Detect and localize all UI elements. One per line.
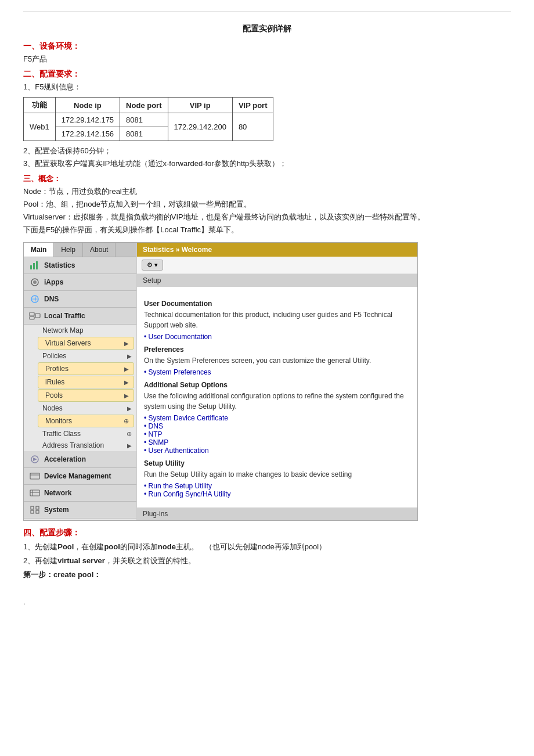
f5-section-setup: Setup (137, 274, 417, 287)
monitors-label: Monitors (45, 417, 72, 425)
tab-main[interactable]: Main (24, 243, 54, 257)
user-doc-text: Technical documentation for this product… (144, 309, 410, 330)
virtualservers-arrow: ▶ (124, 340, 129, 347)
gear-button[interactable]: ⚙ ▾ (142, 260, 163, 271)
dns-icon (28, 294, 41, 304)
svg-rect-0 (30, 265, 32, 269)
devicemgmt-icon (28, 471, 41, 481)
f5-plugins-bar: Plug-ins (137, 507, 417, 520)
user-doc-title: User Documentation (144, 300, 410, 308)
pools-arrow: ▶ (124, 393, 129, 399)
table-cell-vipport-1: 80 (232, 113, 273, 141)
submenu-addresstranslation[interactable]: Address Translation ▶ (35, 440, 136, 451)
f5-toolbar: ⚙ ▾ (137, 257, 417, 274)
f5-breadcrumb: Statistics » Welcome (137, 243, 417, 257)
table-cell-nodeport-1: 8081 (120, 113, 168, 127)
tab-about[interactable]: About (83, 243, 116, 257)
statistics-icon (28, 260, 41, 271)
devicemgmt-label: Device Management (44, 472, 111, 480)
top-divider (23, 12, 511, 12)
submenu-networkmap[interactable]: Network Map (35, 325, 136, 336)
link-systemdevcert[interactable]: System Device Certificate (144, 414, 228, 422)
sidebar-item-iapps[interactable]: iApps (24, 274, 136, 291)
concepts-heading: 三、概念： (23, 174, 511, 184)
networkmap-label: Network Map (42, 326, 84, 334)
step-1-bold-node: node (158, 542, 176, 551)
submenu-profiles[interactable]: Profiles ▶ (38, 362, 134, 375)
sidebar-item-devicemgmt[interactable]: Device Management (24, 468, 136, 485)
svg-rect-18 (36, 506, 39, 509)
table-header-nodeip: Node ip (55, 98, 120, 113)
submenu-irules[interactable]: iRules ▶ (38, 376, 134, 388)
config-item-3: 3、配置获取客户端真实IP地址功能（通过x-forwarded-for参数的ht… (23, 159, 511, 169)
iapps-label: iApps (44, 278, 63, 286)
submenu-monitors[interactable]: Monitors ⊕ (38, 415, 134, 427)
sidebar-item-network[interactable]: Network (24, 485, 136, 502)
link-runconfighа[interactable]: Run Config Sync/HA Utility (144, 490, 231, 498)
step-1-bold-pool: Pool (57, 542, 74, 551)
f5-content-body: User Documentation Technical documentati… (137, 290, 417, 503)
addresstranslation-label: Address Translation (42, 441, 104, 449)
sidebar-item-acceleration[interactable]: Acceleration (24, 451, 136, 468)
submenu-nodes[interactable]: Nodes ▶ (35, 402, 136, 414)
step-2: 2、再创建virtual server，并关联之前设置的特性。 (23, 556, 511, 566)
svg-rect-1 (33, 263, 35, 269)
step-label-bold: 第一步：create pool： (23, 570, 101, 579)
step-2-bold: virtual server (57, 556, 105, 565)
setup-utility-links: Run the Setup Utility Run Config Sync/HA… (144, 482, 410, 498)
submenu-virtualservers[interactable]: Virtual Servers ▶ (38, 337, 134, 350)
link-runsetup[interactable]: Run the Setup Utility (144, 482, 212, 490)
additional-text: Use the following additional configurati… (144, 391, 410, 412)
sidebar-item-statistics[interactable]: Statistics (24, 257, 136, 274)
setup-utility-text: Run the Setup Utility again to make chan… (144, 469, 410, 480)
table-cell-nodeport-2: 8081 (120, 127, 168, 141)
irules-arrow: ▶ (124, 379, 129, 386)
step-section-heading: 四、配置步骤： (23, 528, 511, 538)
addresstranslation-arrow: ▶ (127, 442, 132, 449)
system-label: System (44, 506, 69, 514)
svg-rect-8 (30, 316, 34, 319)
svg-rect-17 (31, 510, 34, 513)
submenu-policies[interactable]: Policies ▶ (35, 350, 136, 362)
section-1-heading: 一、设备环境： (23, 41, 511, 52)
page-title: 配置实例详解 (23, 24, 511, 34)
config-table: 功能 Node ip Node port VIP ip VIP port Web… (23, 97, 273, 141)
localtraffic-icon (28, 311, 41, 321)
user-doc-link[interactable]: User Documentation (144, 333, 212, 341)
network-label: Network (44, 489, 71, 497)
policies-label: Policies (42, 352, 66, 360)
concept-f5-intro: 下面是F5的操作界面，有关规则操作都【Local Traffic】菜单下。 (23, 225, 511, 235)
concept-pool: Pool：池、组，把node节点加入到一个组，对该组做一些局部配置。 (23, 199, 511, 210)
submenu-pools[interactable]: Pools ▶ (38, 389, 134, 402)
system-icon (28, 505, 41, 515)
table-header-nodeport: Node port (120, 98, 168, 113)
table-header-vipport: VIP port (232, 98, 273, 113)
sidebar-item-system[interactable]: System (24, 502, 136, 519)
acceleration-label: Acceleration (44, 455, 86, 463)
link-dns[interactable]: DNS (144, 422, 163, 430)
link-snmp[interactable]: SNMP (144, 438, 168, 447)
tab-help[interactable]: Help (54, 243, 83, 257)
sidebar-item-dns[interactable]: DNS (24, 291, 136, 308)
link-userauth[interactable]: User Authentication (144, 447, 209, 455)
section-2-heading: 二、配置要求： (23, 69, 511, 80)
sidebar-item-localtraffic[interactable]: Local Traffic (24, 308, 136, 325)
preferences-title: Preferences (144, 345, 410, 354)
preferences-link[interactable]: System Preferences (144, 368, 211, 376)
localtraffic-label: Local Traffic (44, 312, 85, 320)
config-item-2: 2、配置会话保持60分钟； (23, 146, 511, 156)
submenu-trafficclass[interactable]: Traffic Class ⊕ (35, 428, 136, 440)
profiles-label: Profiles (45, 365, 68, 373)
svg-rect-16 (31, 506, 34, 509)
bottom-dot: . (23, 597, 511, 606)
additional-title: Additional Setup Options (144, 381, 410, 389)
f5-sidebar: Main Help About Statistics iApps DNS (24, 243, 137, 520)
network-icon (28, 488, 41, 498)
link-ntp[interactable]: NTP (144, 430, 163, 438)
table-cell-nodeip-2: 172.29.142.156 (55, 127, 120, 141)
statistics-label: Statistics (44, 261, 75, 269)
f5-content-area: Statistics » Welcome ⚙ ▾ Setup User Docu… (137, 243, 417, 520)
nodes-arrow: ▶ (127, 405, 132, 412)
svg-rect-9 (35, 314, 40, 318)
svg-rect-13 (30, 490, 39, 496)
